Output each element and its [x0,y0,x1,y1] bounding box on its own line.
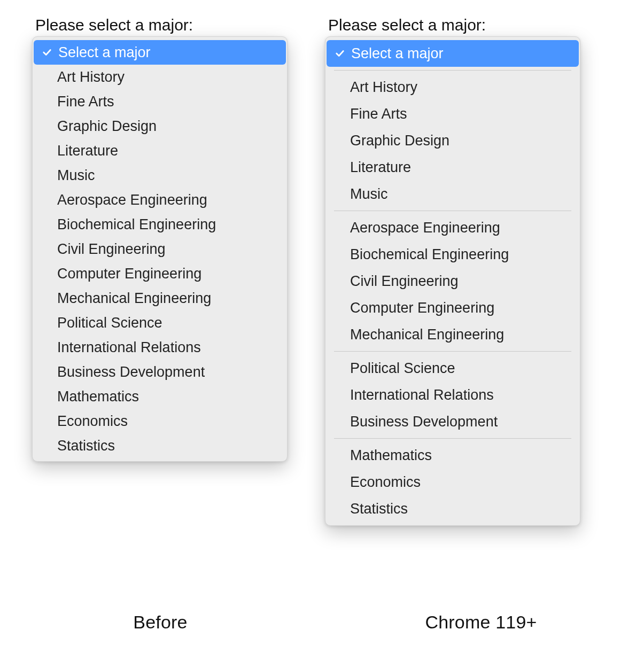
option-label: Fine Arts [350,107,407,121]
option-label: Mechanical Engineering [350,328,504,342]
select-option[interactable]: Art History [325,74,580,100]
option-label: Computer Engineering [350,301,494,315]
after-column: Please select a major: Select a major Ar… [325,16,580,526]
select-menu-before[interactable]: Select a major Art History Fine Arts Gra… [32,36,288,462]
option-label: Graphic Design [350,134,449,148]
option-label: Statistics [350,502,408,516]
select-menu-after[interactable]: Select a major Art History Fine Arts Gra… [325,36,580,526]
option-label: Mechanical Engineering [57,291,211,306]
select-option[interactable]: Music [325,181,580,207]
select-option[interactable]: Art History [33,65,287,89]
option-label: Civil Engineering [57,242,166,256]
select-option[interactable]: International Relations [325,382,580,408]
select-option[interactable]: Civil Engineering [325,268,580,294]
before-column: Please select a major: Select a major Ar… [32,16,288,462]
select-option-selected[interactable]: Select a major [34,40,286,65]
select-option[interactable]: Computer Engineering [325,294,580,321]
option-label: Graphic Design [57,119,157,134]
option-label: Art History [350,80,417,95]
option-label: Fine Arts [57,95,114,109]
select-option[interactable]: Political Science [33,310,287,335]
select-option[interactable]: Fine Arts [325,100,580,127]
option-label: Political Science [57,316,162,330]
option-label: Select a major [351,46,444,61]
select-option[interactable]: Biochemical Engineering [33,212,287,237]
select-prompt: Please select a major: [328,16,486,34]
option-label: Art History [57,70,125,84]
comparison-page: Please select a major: Select a major Ar… [0,0,644,653]
select-option[interactable]: Aerospace Engineering [325,214,580,241]
caption-after: Chrome 119+ [321,612,641,633]
select-option[interactable]: Mathematics [33,384,287,409]
select-option[interactable]: Business Development [33,360,287,384]
select-option[interactable]: Business Development [325,408,580,435]
select-option[interactable]: Biochemical Engineering [325,241,580,268]
caption-row: Before Chrome 119+ [0,612,644,633]
option-label: International Relations [57,340,201,355]
select-option[interactable]: Statistics [33,433,287,458]
group-separator [334,438,571,439]
option-label: Statistics [57,439,115,453]
option-label: Biochemical Engineering [350,247,509,262]
group-separator [334,351,571,352]
select-option[interactable]: Computer Engineering [33,261,287,286]
option-label: Select a major [58,45,151,60]
select-option[interactable]: Graphic Design [325,127,580,154]
option-label: Business Development [350,415,498,429]
option-label: Civil Engineering [350,274,459,289]
group-separator [334,70,571,71]
option-label: Mathematics [350,448,432,463]
option-label: Economics [350,475,421,489]
option-label: International Relations [350,388,494,402]
select-option[interactable]: Political Science [325,355,580,382]
option-label: Aerospace Engineering [57,193,207,207]
select-option[interactable]: Aerospace Engineering [33,188,287,212]
checkmark-icon [333,49,347,58]
option-label: Music [350,187,388,201]
select-option[interactable]: Economics [325,469,580,495]
select-option[interactable]: Fine Arts [33,89,287,114]
select-option[interactable]: Graphic Design [33,114,287,138]
option-label: Music [57,168,95,183]
caption-before: Before [0,612,321,633]
option-label: Computer Engineering [57,267,201,281]
select-option[interactable]: Economics [33,409,287,433]
select-option[interactable]: Statistics [325,495,580,522]
select-option[interactable]: Mechanical Engineering [33,286,287,310]
select-option[interactable]: Literature [325,154,580,181]
select-option-selected[interactable]: Select a major [327,40,579,67]
option-label: Mathematics [57,390,139,404]
option-label: Aerospace Engineering [350,221,500,235]
select-option[interactable]: Literature [33,138,287,163]
checkmark-icon [40,48,54,57]
option-label: Literature [57,144,118,158]
select-option[interactable]: Music [33,163,287,188]
option-label: Literature [350,160,411,175]
option-label: Political Science [350,361,455,376]
select-option[interactable]: Civil Engineering [33,237,287,261]
select-prompt: Please select a major: [35,16,193,34]
option-label: Economics [57,414,128,429]
option-label: Biochemical Engineering [57,217,216,232]
select-option[interactable]: Mathematics [325,442,580,469]
select-option[interactable]: International Relations [33,335,287,360]
select-option[interactable]: Mechanical Engineering [325,321,580,348]
option-label: Business Development [57,365,205,379]
group-separator [334,211,571,211]
